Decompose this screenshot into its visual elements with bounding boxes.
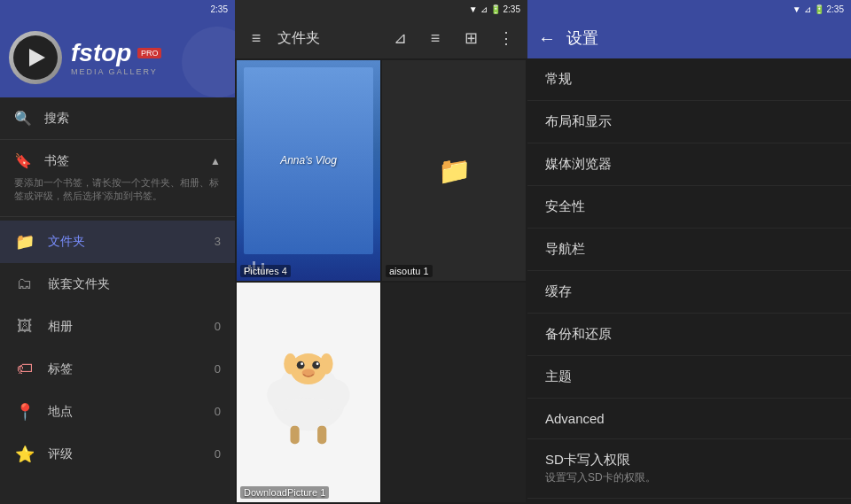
settings-header: ← 设置 — [527, 18, 851, 58]
grid-item-pictures[interactable]: Anna's Vlog Pictures 4 — [237, 60, 380, 281]
bookmark-hint: 要添加一个书签，请长按一个文件夹、相册、标签或评级，然后选择'添加到书签。 — [14, 176, 221, 204]
chevron-bg-decoration — [182, 27, 235, 97]
status-icons-right: ▼ ⊿ 🔋 2:35 — [792, 4, 844, 14]
bookmarks-label: 书签 — [44, 153, 198, 169]
status-time-middle: 2:35 — [504, 4, 520, 14]
nav-item-albums[interactable]: 🖼 相册 0 — [0, 306, 235, 348]
folder-icon: 📁 — [14, 231, 35, 252]
signal-icon: ⊿ — [480, 4, 488, 14]
settings-nav-title: 导航栏 — [545, 241, 833, 258]
svg-rect-15 — [317, 426, 326, 444]
play-icon — [29, 49, 45, 66]
settings-item-nav[interactable]: 导航栏 — [527, 229, 851, 271]
nav-count-folders: 3 — [215, 235, 221, 248]
search-icon: 🔍 — [14, 110, 32, 127]
tag-icon: 🏷 — [14, 359, 35, 380]
logo-text: fstop PRO MEDIA GALLERY — [71, 39, 161, 76]
settings-sdcard-subtitle: 设置写入SD卡的权限。 — [545, 470, 833, 485]
sidebar-nav: 📁 文件夹 3 🗂 嵌套文件夹 🖼 相册 0 🏷 标签 0 📍 地点 — [0, 217, 235, 504]
settings-list: 常规 布局和显示 媒体浏览器 安全性 导航栏 缓存 备份和还原 主题 — [527, 58, 851, 504]
bookmark-icon: 🔖 — [14, 152, 32, 169]
location-icon: 📍 — [14, 401, 35, 423]
svg-point-7 — [284, 353, 297, 374]
grid-item-aisoutu[interactable]: 📁 aisoutu 1 — [382, 60, 526, 281]
nav-label-nested: 嵌套文件夹 — [48, 276, 208, 292]
status-bar-middle: ▼ ⊿ 🔋 2:35 — [235, 0, 527, 18]
settings-item-sdcard[interactable]: SD卡写入权限 设置写入SD卡的权限。 — [527, 439, 851, 499]
sheep-thumb — [237, 283, 380, 503]
middle-header: ≡ 文件夹 ⊿ ≡ ⊞ ⋮ — [235, 18, 527, 58]
settings-title: 设置 — [566, 27, 598, 49]
settings-browser-title: 媒体浏览器 — [545, 156, 833, 173]
menu-icon[interactable]: ≡ — [242, 24, 270, 52]
svg-point-8 — [320, 353, 333, 374]
more-icon[interactable]: ⋮ — [492, 24, 520, 52]
battery-icon: 🔋 — [490, 4, 501, 14]
expand-icon: ▲ — [210, 155, 221, 167]
settings-item-cache[interactable]: 缓存 — [527, 271, 851, 314]
settings-item-security[interactable]: 安全性 — [527, 186, 851, 229]
svg-point-10 — [312, 361, 320, 369]
settings-item-advanced[interactable]: Advanced — [527, 399, 851, 439]
sidebar-bookmarks: 🔖 书签 ▲ 要添加一个书签，请长按一个文件夹、相册、标签或评级，然后选择'添加… — [0, 140, 235, 217]
settings-item-general[interactable]: 常规 — [527, 58, 851, 101]
aisoutu-thumb: 📁 — [382, 60, 526, 281]
svg-point-12 — [316, 362, 319, 365]
nav-label-locations: 地点 — [48, 404, 202, 420]
aisoutu-placeholder: 📁 — [438, 155, 471, 186]
nav-label-tags: 标签 — [48, 361, 202, 377]
settings-security-title: 安全性 — [545, 198, 833, 215]
logo-circle — [9, 31, 62, 84]
filter-icon[interactable]: ⊿ — [386, 24, 414, 52]
star-icon: ⭐ — [14, 444, 35, 465]
album-icon: 🖼 — [14, 316, 35, 337]
settings-item-theme[interactable]: 主题 — [527, 356, 851, 399]
bookmarks-header[interactable]: 🔖 书签 ▲ — [14, 152, 221, 169]
nav-item-locations[interactable]: 📍 地点 0 — [0, 391, 235, 433]
settings-theme-title: 主题 — [545, 368, 833, 385]
settings-item-browser[interactable]: 媒体浏览器 — [527, 143, 851, 186]
svg-point-9 — [297, 361, 305, 369]
nested-folder-icon: 🗂 — [14, 274, 35, 295]
nav-count-ratings: 0 — [215, 447, 221, 461]
logo-subtitle: MEDIA GALLERY — [71, 67, 161, 76]
wifi-icon: ▼ — [469, 4, 478, 14]
grid-item-download[interactable]: DownloadPicture 1 — [237, 283, 380, 503]
nav-item-tags[interactable]: 🏷 标签 0 — [0, 348, 235, 391]
fstop-label: fstop — [71, 39, 131, 66]
nav-item-folders[interactable]: 📁 文件夹 3 — [0, 221, 235, 263]
nav-count-albums: 0 — [215, 320, 221, 333]
sheep-svg — [244, 293, 373, 492]
settings-sdcard-title: SD卡写入权限 — [545, 452, 833, 469]
sort-icon[interactable]: ≡ — [421, 24, 449, 52]
settings-cache-title: 缓存 — [545, 283, 833, 300]
annas-vlog-thumb: Anna's Vlog — [237, 60, 380, 281]
settings-backup-title: 备份和还原 — [545, 326, 833, 343]
back-button[interactable]: ← — [538, 28, 556, 49]
middle-panel: ≡ 文件夹 ⊿ ≡ ⊞ ⋮ Anna's Vlog — [235, 18, 527, 504]
status-time-left: 2:35 — [211, 4, 228, 14]
status-bars: 2:35 ▼ ⊿ 🔋 2:35 ▼ ⊿ 🔋 2:35 — [0, 0, 851, 18]
status-icons-middle: ▼ ⊿ 🔋 2:35 — [469, 4, 520, 14]
settings-item-layout[interactable]: 布局和显示 — [527, 101, 851, 143]
settings-item-backup[interactable]: 备份和还原 — [527, 314, 851, 356]
signal-icon-right: ⊿ — [804, 4, 811, 14]
pro-badge: PRO — [137, 48, 162, 58]
sidebar-search[interactable]: 🔍 搜索 — [0, 97, 235, 140]
settings-general-title: 常规 — [545, 71, 833, 88]
nav-item-nested[interactable]: 🗂 嵌套文件夹 — [0, 263, 235, 306]
sidebar-header: fstop PRO MEDIA GALLERY — [0, 18, 235, 97]
folder-grid: Anna's Vlog Pictures 4 📁 — [235, 58, 527, 504]
nav-label-albums: 相册 — [48, 319, 202, 335]
nav-item-ratings[interactable]: ⭐ 评级 0 — [0, 433, 235, 476]
grid-icon[interactable]: ⊞ — [457, 24, 485, 52]
status-bar-left: 2:35 — [0, 0, 235, 18]
logo-inner — [13, 35, 58, 80]
download-label: DownloadPicture 1 — [240, 486, 329, 499]
logo-name: fstop PRO — [71, 39, 161, 67]
pictures-label: Pictures 4 — [240, 265, 291, 277]
settings-advanced-title: Advanced — [545, 411, 833, 426]
settings-panel: ← 设置 常规 布局和显示 媒体浏览器 安全性 导航栏 缓存 备份和还原 — [527, 18, 851, 504]
aisoutu-label: aisoutu 1 — [386, 265, 433, 277]
nav-label-ratings: 评级 — [48, 446, 202, 462]
